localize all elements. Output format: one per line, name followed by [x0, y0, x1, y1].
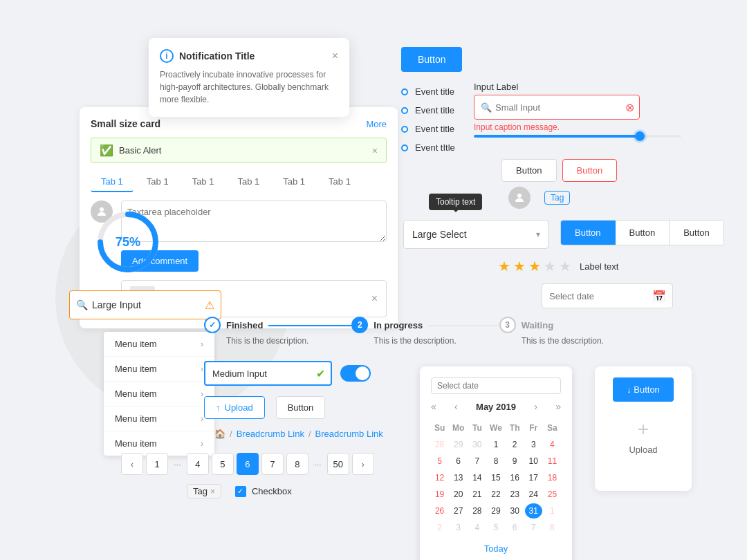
outline-button-danger[interactable]: Button — [562, 159, 618, 182]
breadcrumb-home-icon[interactable]: 🏠 — [214, 429, 225, 439]
cal-prev-month[interactable]: ‹ — [454, 401, 458, 412]
upload-area[interactable]: + Upload — [595, 402, 692, 471]
cal-day-20[interactable]: 20 — [450, 487, 467, 502]
cal-day-27[interactable]: 27 — [450, 503, 467, 519]
cal-day-jun2[interactable]: 2 — [431, 520, 448, 535]
cal-day-jun5[interactable]: 5 — [487, 520, 504, 535]
large-select[interactable]: Large Select Option 1 Option 2 — [403, 220, 548, 249]
page-7[interactable]: 7 — [261, 453, 284, 475]
star-2[interactable]: ★ — [513, 258, 526, 274]
more-link[interactable]: More — [366, 119, 387, 129]
tab-2[interactable]: Tab 1 — [136, 171, 179, 192]
tab-6[interactable]: Tab 1 — [318, 171, 361, 192]
cal-day-15[interactable]: 15 — [487, 470, 504, 485]
btn-group-button-3[interactable]: Button — [670, 221, 723, 245]
page-4[interactable]: 4 — [187, 453, 209, 475]
page-1[interactable]: 1 — [146, 453, 168, 475]
cal-prev-year[interactable]: « — [431, 401, 436, 412]
cal-day-23[interactable]: 23 — [506, 487, 524, 502]
cal-day-5[interactable]: 5 — [431, 454, 448, 469]
toggle-switch[interactable] — [340, 365, 371, 382]
cal-day-10[interactable]: 10 — [525, 454, 542, 469]
cal-date-field[interactable] — [431, 377, 561, 394]
btn-group-button-2[interactable]: Button — [616, 221, 670, 245]
calendar-icon[interactable]: 📅 — [652, 290, 666, 303]
star-3[interactable]: ★ — [528, 258, 541, 274]
menu-item-2[interactable]: Menu item › — [104, 357, 214, 382]
btn-group-button-1[interactable]: Button — [561, 221, 616, 245]
cal-day-apr28[interactable]: 28 — [431, 437, 448, 452]
pagination-prev[interactable]: ‹ — [121, 453, 143, 475]
star-1[interactable]: ★ — [498, 258, 510, 274]
cal-day-17[interactable]: 17 — [525, 470, 542, 485]
outline-button-1[interactable]: Button — [501, 159, 557, 182]
cal-day-14[interactable]: 14 — [468, 470, 486, 485]
cal-day-19[interactable]: 19 — [431, 487, 448, 502]
menu-item-3[interactable]: Menu item › — [104, 382, 214, 407]
menu-item-4[interactable]: Menu item › — [104, 407, 214, 431]
cal-day-apr29[interactable]: 29 — [450, 437, 467, 452]
cal-next-year[interactable]: » — [555, 401, 561, 412]
cal-day-1[interactable]: 1 — [487, 437, 504, 452]
upload-card-button[interactable]: ↓ Button — [613, 377, 674, 402]
page-8[interactable]: 8 — [286, 453, 308, 475]
cal-day-jun3[interactable]: 3 — [450, 520, 467, 535]
cal-day-24[interactable]: 24 — [525, 487, 542, 502]
checkbox[interactable]: ✓ — [235, 486, 246, 497]
cal-today-button[interactable]: Today — [484, 543, 508, 554]
cal-day-jun6[interactable]: 6 — [506, 520, 524, 535]
cal-day-jun7[interactable]: 7 — [525, 520, 542, 535]
cal-day-30[interactable]: 30 — [506, 503, 524, 519]
cal-day-6[interactable]: 6 — [450, 454, 467, 469]
cal-day-3[interactable]: 3 — [525, 437, 542, 452]
cal-day-8[interactable]: 8 — [487, 454, 504, 469]
alert-close-button[interactable]: × — [372, 145, 378, 156]
page-50[interactable]: 50 — [327, 453, 349, 475]
cal-day-12[interactable]: 12 — [431, 470, 448, 485]
menu-item-5[interactable]: Menu item › — [104, 431, 214, 456]
tab-1[interactable]: Tab 1 — [91, 171, 133, 192]
cal-day-jun8[interactable]: 8 — [544, 520, 561, 535]
page-6[interactable]: 6 — [237, 453, 259, 475]
medium-input[interactable] — [204, 361, 332, 386]
slider-thumb[interactable] — [635, 131, 645, 141]
large-input[interactable] — [69, 290, 221, 319]
generic-button[interactable]: Button — [276, 396, 326, 419]
breadcrumb-link-1[interactable]: Breadcrumb Link — [237, 429, 304, 439]
cal-day-13[interactable]: 13 — [450, 470, 467, 485]
cal-day-28[interactable]: 28 — [468, 503, 486, 519]
cal-day-21[interactable]: 21 — [468, 487, 486, 502]
cal-day-jun4[interactable]: 4 — [468, 520, 486, 535]
notification-close-button[interactable]: × — [332, 50, 338, 62]
top-button[interactable]: Button — [401, 47, 462, 72]
cal-day-4[interactable]: 4 — [544, 437, 561, 452]
cal-next-month[interactable]: › — [534, 401, 537, 412]
cal-day-7[interactable]: 7 — [468, 454, 486, 469]
tab-4[interactable]: Tab 1 — [227, 171, 270, 192]
star-5[interactable]: ★ — [559, 258, 571, 274]
input-clear-icon[interactable]: ⊗ — [625, 101, 634, 114]
cal-day-18[interactable]: 18 — [544, 470, 561, 485]
pagination-next[interactable]: › — [352, 453, 374, 475]
cal-day-2[interactable]: 2 — [506, 437, 524, 452]
menu-item-1[interactable]: Menu item › — [104, 332, 214, 357]
cal-day-25[interactable]: 25 — [544, 487, 561, 502]
cal-day-11[interactable]: 11 — [544, 454, 561, 469]
cal-day-29[interactable]: 29 — [487, 503, 504, 519]
page-5[interactable]: 5 — [212, 453, 234, 475]
cal-day-22[interactable]: 22 — [487, 487, 504, 502]
cal-day-9[interactable]: 9 — [506, 454, 524, 469]
cal-day-jun1[interactable]: 1 — [544, 503, 561, 519]
cal-day-31[interactable]: 31 — [525, 503, 542, 519]
cal-day-26[interactable]: 26 — [431, 503, 448, 519]
file-close-button[interactable]: × — [371, 292, 378, 305]
cal-day-16[interactable]: 16 — [506, 470, 524, 485]
upload-button[interactable]: ↑ Upload — [204, 396, 265, 419]
small-input-field[interactable] — [474, 95, 640, 120]
tab-5[interactable]: Tab 1 — [273, 171, 315, 192]
tag-remove-button[interactable]: × — [210, 487, 215, 496]
star-4[interactable]: ★ — [544, 258, 556, 274]
breadcrumb-link-2[interactable]: Breadcrumb Link — [315, 429, 383, 439]
tab-3[interactable]: Tab 1 — [182, 171, 225, 192]
cal-day-apr30[interactable]: 30 — [468, 437, 486, 452]
